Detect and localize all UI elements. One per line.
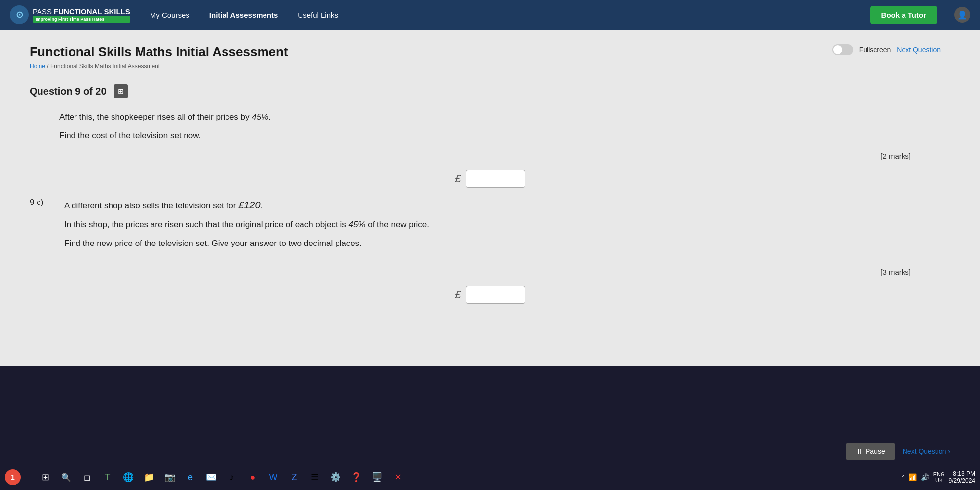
part-c-answer-area: £ bbox=[30, 286, 950, 304]
fullscreen-toggle[interactable] bbox=[832, 44, 853, 55]
nav-my-courses[interactable]: My Courses bbox=[150, 11, 189, 19]
part-c-label: 9 c) bbox=[30, 198, 54, 207]
nav-useful-links[interactable]: Useful Links bbox=[298, 11, 338, 19]
taskbar-settings-icon[interactable]: ⚙️ bbox=[327, 468, 344, 486]
part-b-text-line1: After this, the shopkeeper rises all of … bbox=[59, 111, 950, 123]
bottom-controls: ⏸ Pause Next Question › bbox=[846, 443, 950, 460]
breadcrumb-current: Functional Skills Maths Initial Assessme… bbox=[50, 63, 160, 70]
taskbar-app2-icon[interactable]: Z bbox=[285, 468, 303, 486]
taskbar-mail-icon[interactable]: ✉️ bbox=[202, 468, 220, 486]
fullscreen-label: Fullscreen bbox=[859, 46, 891, 54]
taskbar-notification-badge[interactable]: 1 bbox=[5, 469, 21, 485]
navbar: ⊙ PASS FUNCTIONAL SKILLS Improving First… bbox=[0, 0, 980, 30]
taskbar-app3-icon[interactable]: ☰ bbox=[306, 468, 324, 486]
taskbar-edge-icon[interactable]: e bbox=[182, 468, 199, 486]
taskbar-volume-icon: 🔊 bbox=[921, 473, 929, 481]
user-avatar-icon[interactable]: 👤 bbox=[954, 7, 970, 23]
breadcrumb: Home / Functional Skills Maths Initial A… bbox=[30, 63, 950, 70]
taskbar-taskview-icon[interactable]: ◻ bbox=[78, 468, 96, 486]
pause-button[interactable]: ⏸ Pause bbox=[846, 443, 895, 460]
taskbar-sys-icons: 📶 🔊 bbox=[908, 473, 929, 481]
part-c-currency-symbol: £ bbox=[455, 288, 461, 301]
taskbar-right: ^ 📶 🔊 ENG UK 8:13 PM 9/29/2024 bbox=[902, 470, 975, 484]
taskbar-clock: 8:13 PM 9/29/2024 bbox=[949, 470, 975, 484]
nav-links: My Courses Initial Assessments Useful Li… bbox=[150, 11, 870, 19]
taskbar-app5-icon[interactable]: ✕ bbox=[389, 468, 407, 486]
part-b-answer-input[interactable] bbox=[466, 170, 525, 188]
nav-initial-assessments[interactable]: Initial Assessments bbox=[209, 11, 278, 19]
taskbar-start-button[interactable]: ⊞ bbox=[37, 468, 54, 486]
question-header: Question 9 of 20 ⊞ bbox=[30, 84, 950, 98]
taskbar-language: ENG UK bbox=[933, 471, 945, 483]
part-b-text-line2: Find the cost of the television set now. bbox=[59, 129, 950, 142]
breadcrumb-home[interactable]: Home bbox=[30, 63, 45, 70]
taskbar-teams-icon[interactable]: T bbox=[99, 468, 116, 486]
logo-text: PASS FUNCTIONAL SKILLS Improving First T… bbox=[33, 7, 130, 23]
part-c-marks: [3 marks] bbox=[30, 268, 950, 276]
part-c-text-line1: A different shop also sells the televisi… bbox=[64, 198, 950, 212]
question-part-c: 9 c) A different shop also sells the tel… bbox=[30, 198, 950, 255]
taskbar-chrome-icon[interactable]: 🌐 bbox=[119, 468, 137, 486]
part-c-answer-input[interactable] bbox=[466, 286, 525, 304]
next-question-top-link[interactable]: Next Question bbox=[897, 46, 941, 54]
nav-right: Book a Tutor 👤 bbox=[870, 6, 970, 24]
logo-icon: ⊙ bbox=[10, 5, 29, 24]
taskbar-instagram-icon[interactable]: 📷 bbox=[161, 468, 179, 486]
question-number: Question 9 of 20 bbox=[30, 86, 107, 97]
part-c-content: A different shop also sells the televisi… bbox=[64, 198, 950, 255]
part-b-marks: [2 marks] bbox=[30, 152, 950, 160]
part-c-text-line3: Find the new price of the television set… bbox=[64, 237, 950, 250]
fullscreen-area: Fullscreen Next Question bbox=[832, 44, 941, 55]
pause-icon: ⏸ bbox=[856, 448, 863, 455]
taskbar-wifi-icon: 📶 bbox=[908, 473, 917, 481]
taskbar-help-icon[interactable]: ❓ bbox=[347, 468, 365, 486]
calculator-icon[interactable]: ⊞ bbox=[114, 84, 128, 98]
book-tutor-button[interactable]: Book a Tutor bbox=[870, 6, 937, 24]
taskbar-app4-icon[interactable]: 🖥️ bbox=[368, 468, 386, 486]
taskbar-fileexplorer-icon[interactable]: 📁 bbox=[140, 468, 158, 486]
taskbar: 1 ⊞ 🔍 ◻ T 🌐 📁 📷 e ✉️ ♪ ● W bbox=[0, 464, 980, 490]
question-part-b-content: After this, the shopkeeper rises all of … bbox=[30, 111, 950, 142]
logo-title: PASS FUNCTIONAL SKILLS bbox=[33, 7, 130, 16]
page-title: Functional Skills Maths Initial Assessme… bbox=[30, 44, 950, 60]
currency-symbol: £ bbox=[455, 172, 461, 185]
logo-subtitle: Improving First Time Pass Rates bbox=[33, 16, 130, 23]
main-content: Functional Skills Maths Initial Assessme… bbox=[0, 30, 980, 366]
taskbar-tiktok-icon[interactable]: ♪ bbox=[223, 468, 241, 486]
next-question-bottom-button[interactable]: Next Question › bbox=[903, 448, 950, 455]
taskbar-app1-icon[interactable]: ● bbox=[244, 468, 262, 486]
taskbar-word-icon[interactable]: W bbox=[264, 468, 282, 486]
taskbar-search-icon[interactable]: 🔍 bbox=[57, 468, 75, 486]
part-c-text-line2: In this shop, the prices are risen such … bbox=[64, 218, 950, 231]
part-b-answer-area: £ bbox=[30, 170, 950, 188]
logo-area: ⊙ PASS FUNCTIONAL SKILLS Improving First… bbox=[10, 5, 130, 24]
